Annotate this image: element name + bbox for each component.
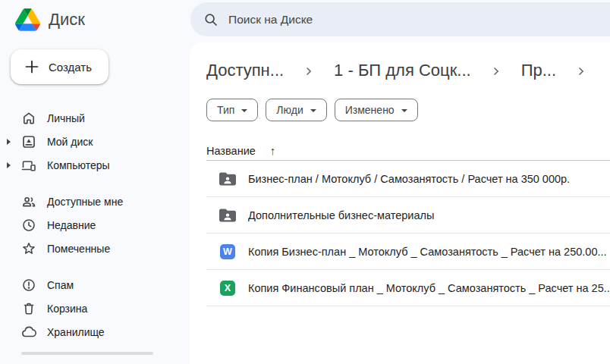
storage-usage-bar <box>21 352 153 355</box>
sort-ascending-icon[interactable]: ↑ <box>270 144 276 157</box>
search-bar[interactable] <box>190 2 610 36</box>
sidebar-nav: Личный Мой диск Компьютеры <box>0 106 190 344</box>
file-name: Копия Финансовый план _ Мотоклуб _ Самоз… <box>248 282 610 294</box>
sidebar-item-my-drive[interactable]: Мой диск <box>0 130 190 153</box>
clock-icon <box>21 218 36 233</box>
sidebar-item-label: Личный <box>47 112 85 124</box>
my-drive-icon <box>21 134 36 149</box>
main-content: Доступн... 1 - БП для Соцк... Пр... Тип … <box>190 42 610 364</box>
computers-icon <box>21 158 36 173</box>
chevron-right-icon <box>576 66 586 77</box>
filter-chip-modified[interactable]: Изменено <box>335 99 418 121</box>
search-icon[interactable] <box>203 12 219 27</box>
google-drive-logo-icon <box>15 8 40 31</box>
breadcrumb-item[interactable]: Пр... <box>521 61 556 80</box>
sidebar-item-label: Компьютеры <box>47 159 110 171</box>
file-name: Дополнительные бизнес-материалы <box>248 209 434 221</box>
filter-chip-label: Тип <box>217 104 234 116</box>
file-list-header: Название ↑ <box>206 141 610 161</box>
sidebar-item-label: Помеченные <box>47 243 110 255</box>
sidebar-item-label: Корзина <box>47 303 87 315</box>
sidebar-item-label: Доступные мне <box>47 196 123 208</box>
filter-chips: Тип Люди Изменено <box>206 99 610 121</box>
sidebar: Диск Создать Личный Мой диск <box>0 0 190 364</box>
chevron-right-icon <box>303 66 314 77</box>
dropdown-caret-icon <box>310 109 316 112</box>
sidebar-item-label: Мой диск <box>47 136 93 148</box>
word-badge: W <box>220 244 235 259</box>
create-button[interactable]: Создать <box>11 49 108 84</box>
expand-caret-icon[interactable] <box>7 162 11 168</box>
dropdown-caret-icon <box>401 109 407 112</box>
filter-chip-type[interactable]: Тип <box>206 99 258 121</box>
breadcrumb-item[interactable]: Доступн... <box>206 61 284 80</box>
breadcrumb-item[interactable]: 1 - БП для Соцк... <box>334 61 471 80</box>
filter-chip-label: Люди <box>276 104 303 116</box>
sidebar-item-shared-with-me[interactable]: Доступные мне <box>0 190 190 213</box>
shared-folder-icon <box>219 207 237 223</box>
nav-group-system: Спам Корзина Хранилище <box>0 273 190 344</box>
sidebar-item-home[interactable]: Личный <box>0 106 190 130</box>
sidebar-item-trash[interactable]: Корзина <box>0 297 190 320</box>
chevron-right-icon <box>491 66 502 77</box>
name-column-header[interactable]: Название <box>206 145 256 157</box>
filter-chip-label: Изменено <box>345 104 395 116</box>
sidebar-item-starred[interactable]: Помеченные <box>0 237 190 260</box>
sidebar-item-spam[interactable]: Спам <box>0 273 190 297</box>
sidebar-item-label: Недавние <box>47 219 96 231</box>
drive-brand[interactable]: Диск <box>15 8 85 31</box>
word-document-icon: W <box>219 244 237 259</box>
dropdown-caret-icon <box>241 109 247 112</box>
file-name: Копия Бизнес-план _ Мотоклуб _ Самозанят… <box>248 246 607 258</box>
star-icon <box>21 241 36 256</box>
trash-icon <box>21 301 36 316</box>
home-icon <box>21 111 36 126</box>
app-title: Диск <box>49 10 85 30</box>
sidebar-item-storage[interactable]: Хранилище <box>0 320 190 344</box>
breadcrumb: Доступн... 1 - БП для Соцк... Пр... <box>206 59 610 82</box>
sidebar-item-recent[interactable]: Недавние <box>0 213 190 237</box>
file-row[interactable]: Дополнительные бизнес-материалы <box>206 197 610 234</box>
file-name: Бизнес-план / Мотоклуб / Самозанятость /… <box>248 173 570 185</box>
nav-group-main: Личный Мой диск Компьютеры <box>0 106 190 177</box>
excel-spreadsheet-icon: X <box>219 281 237 296</box>
nav-group-shared: Доступные мне Недавние Помеченные <box>0 190 190 260</box>
shared-folder-icon <box>219 171 237 187</box>
sidebar-item-label: Спам <box>47 279 74 291</box>
cloud-icon <box>21 325 36 340</box>
create-button-label: Создать <box>49 61 92 74</box>
filter-chip-people[interactable]: Люди <box>266 99 326 121</box>
expand-caret-icon[interactable] <box>7 139 11 145</box>
file-row[interactable]: X Копия Финансовый план _ Мотоклуб _ Сам… <box>206 270 610 306</box>
file-row[interactable]: Бизнес-план / Мотоклуб / Самозанятость /… <box>206 161 610 197</box>
sidebar-item-computers[interactable]: Компьютеры <box>0 153 190 177</box>
spam-icon <box>21 278 36 293</box>
excel-badge: X <box>220 281 235 296</box>
file-row[interactable]: W Копия Бизнес-план _ Мотоклуб _ Самозан… <box>206 234 610 270</box>
search-input[interactable] <box>228 13 610 27</box>
sidebar-item-label: Хранилище <box>47 326 105 338</box>
plus-icon <box>24 58 40 75</box>
people-icon <box>21 194 36 209</box>
